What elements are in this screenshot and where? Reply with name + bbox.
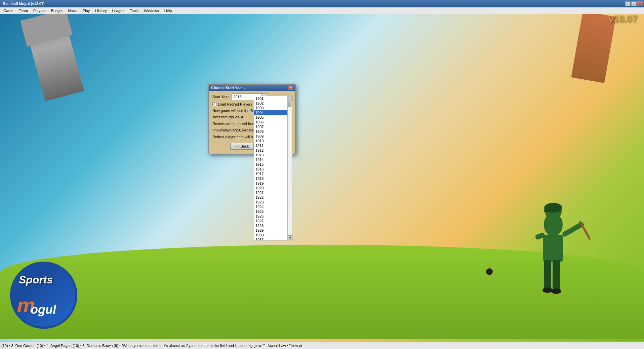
player-silhouette <box>516 198 590 332</box>
dropdown-item-1908[interactable]: 1908 <box>254 129 290 134</box>
dropdown-item-1929[interactable]: 1929 <box>254 228 290 233</box>
logo-sports-text: Sports <box>19 274 53 286</box>
svg-rect-8 <box>544 260 551 290</box>
dropdown-item-1901[interactable]: 1901 <box>254 96 290 101</box>
svg-rect-9 <box>553 260 560 290</box>
dialog-title-bar: Choose Start Year... × <box>209 85 295 91</box>
dropdown-item-1920[interactable]: 1920 <box>254 186 290 190</box>
baseball <box>486 268 493 275</box>
dropdown-item-1909[interactable]: 1909 <box>254 134 290 139</box>
menu-bar: Game Team Players Budget News Play Histo… <box>0 7 644 14</box>
title-bar: Baseball Mogul (v18.07) − □ × <box>0 0 644 7</box>
dropdown-item-1930[interactable]: 1930 <box>254 233 290 237</box>
dropdown-item-1928[interactable]: 1928 <box>254 223 290 228</box>
dropdown-item-1907[interactable]: 1907 <box>254 124 290 129</box>
menu-players[interactable]: Players <box>31 7 48 14</box>
logo-ogul-text: ogul <box>31 303 56 317</box>
dropdown-item-1906[interactable]: 1906 <box>254 120 290 124</box>
dropdown-item-1918[interactable]: 1918 <box>254 176 290 181</box>
dropdown-item-1915[interactable]: 1915 <box>254 162 290 167</box>
dropdown-item-1912[interactable]: 1912 <box>254 148 290 153</box>
dialog-close-button[interactable]: × <box>288 86 293 90</box>
dropdown-item-1916[interactable]: 1916 <box>254 167 290 171</box>
menu-team[interactable]: Team <box>16 7 31 14</box>
menu-news[interactable]: News <box>65 7 80 14</box>
menu-tools[interactable]: Tools <box>127 7 141 14</box>
dropdown-item-1910[interactable]: 1910 <box>254 139 290 143</box>
start-year-label: Start Year: <box>212 95 230 99</box>
version-badge: v18.07 <box>608 13 637 24</box>
dropdown-item-1919[interactable]: 1919 <box>254 181 290 186</box>
dropdown-item-1921[interactable]: 1921 <box>254 190 290 195</box>
dialog-title-text: Choose Start Year... <box>211 86 246 90</box>
dropdown-item-1902[interactable]: 1902 <box>254 101 290 106</box>
status-bar: (10) • 3. Dee Gordon (10) • 4. Angel Pag… <box>0 342 644 349</box>
menu-league[interactable]: League <box>110 7 127 14</box>
dropdown-item-1914[interactable]: 1914 <box>254 157 290 162</box>
year-dropdown-list[interactable]: 1901190219031904190519061907190819091910… <box>254 96 291 240</box>
dropdown-item-1917[interactable]: 1917 <box>254 171 290 176</box>
dropdown-item-1903[interactable]: 1903 <box>254 106 290 110</box>
load-retired-label: Load Retired Players <box>218 102 252 106</box>
dropdown-item-1931[interactable]: 1931 <box>254 237 290 240</box>
close-window-button[interactable]: × <box>637 1 643 6</box>
window-title: Baseball Mogul (v18.07) <box>1 2 45 6</box>
menu-help[interactable]: Help <box>162 7 175 14</box>
svg-rect-4 <box>543 235 563 262</box>
dropdown-item-1905[interactable]: 1905 <box>254 115 290 120</box>
title-bar-buttons: − □ × <box>625 1 643 6</box>
maximize-button[interactable]: □ <box>631 1 637 6</box>
menu-game[interactable]: Game <box>1 7 16 14</box>
dropdown-item-1904[interactable]: 1904 <box>254 110 290 115</box>
dropdown-item-1911[interactable]: 1911 <box>254 143 290 148</box>
scrollbar-thumb[interactable] <box>288 97 291 107</box>
minimize-button[interactable]: − <box>625 1 631 6</box>
svg-rect-3 <box>544 209 551 212</box>
menu-budget[interactable]: Budget <box>48 7 66 14</box>
scrollbar-down-button[interactable]: ▼ <box>288 235 292 240</box>
back-button[interactable]: << Back <box>230 143 254 150</box>
menu-play[interactable]: Play <box>80 7 92 14</box>
menu-history[interactable]: History <box>92 7 109 14</box>
status-bar-text: (10) • 3. Dee Gordon (10) • 4. Angel Pag… <box>1 344 302 348</box>
dropdown-item-1926[interactable]: 1926 <box>254 214 290 219</box>
dropdown-item-1913[interactable]: 1913 <box>254 153 290 157</box>
svg-point-11 <box>551 288 561 294</box>
svg-rect-7 <box>578 220 590 244</box>
dropdown-item-1924[interactable]: 1924 <box>254 204 290 209</box>
dropdown-item-1922[interactable]: 1922 <box>254 195 290 200</box>
dropdown-item-1927[interactable]: 1927 <box>254 219 290 223</box>
menu-windows[interactable]: Windows <box>141 7 162 14</box>
checkbox-check: ✓ <box>213 103 216 106</box>
dropdown-item-1925[interactable]: 1925 <box>254 209 290 214</box>
dropdown-item-1923[interactable]: 1923 <box>254 200 290 204</box>
sports-mogul-logo: Sports m ogul <box>10 262 104 329</box>
svg-point-10 <box>542 287 553 293</box>
load-retired-checkbox[interactable]: ✓ <box>212 102 216 106</box>
dropdown-scrollbar[interactable]: ▲ ▼ <box>287 96 292 240</box>
